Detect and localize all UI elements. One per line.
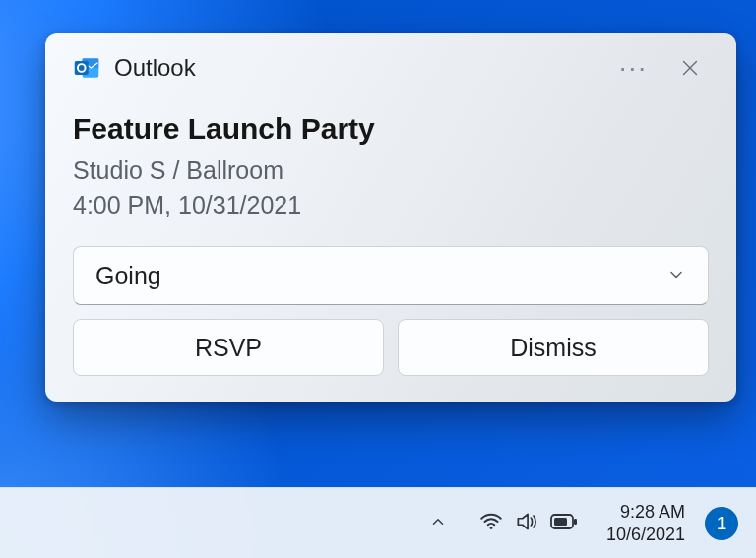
notification-center-button[interactable]: 1	[705, 507, 738, 540]
volume-icon	[514, 509, 539, 538]
close-button[interactable]	[671, 51, 709, 85]
svg-rect-6	[554, 518, 567, 526]
event-location: Studio S / Ballroom	[73, 154, 709, 188]
clock-date: 10/6/2021	[606, 524, 685, 546]
more-options-button[interactable]: ···	[609, 55, 658, 81]
event-time: 4:00 PM, 10/31/2021	[73, 188, 709, 222]
notification-toast: Outlook ··· Feature Launch Party Studio …	[45, 33, 736, 402]
chevron-up-icon	[429, 513, 447, 530]
outlook-icon	[73, 54, 100, 82]
notification-count: 1	[717, 513, 727, 534]
wifi-icon	[478, 509, 504, 538]
tray-overflow-button[interactable]	[421, 505, 455, 542]
svg-point-4	[490, 527, 493, 529]
svg-rect-7	[574, 519, 577, 525]
svg-rect-2	[75, 61, 89, 75]
rsvp-button[interactable]: RSVP	[73, 319, 384, 376]
toast-header: Outlook ···	[73, 51, 709, 85]
event-title: Feature Launch Party	[73, 112, 709, 146]
taskbar-clock[interactable]: 9:28 AM 10/6/2021	[602, 497, 689, 549]
clock-time: 9:28 AM	[606, 501, 685, 524]
dropdown-selected-value: Going	[95, 262, 161, 290]
taskbar: 9:28 AM 10/6/2021 1	[0, 487, 756, 558]
close-icon	[679, 57, 701, 79]
battery-icon	[549, 511, 579, 536]
dismiss-button[interactable]: Dismiss	[398, 319, 709, 376]
toast-actions: RSVP Dismiss	[73, 319, 709, 376]
toast-app-name: Outlook	[114, 54, 596, 82]
system-tray[interactable]	[471, 503, 587, 544]
rsvp-status-dropdown[interactable]: Going	[73, 246, 709, 305]
chevron-down-icon	[666, 262, 686, 290]
